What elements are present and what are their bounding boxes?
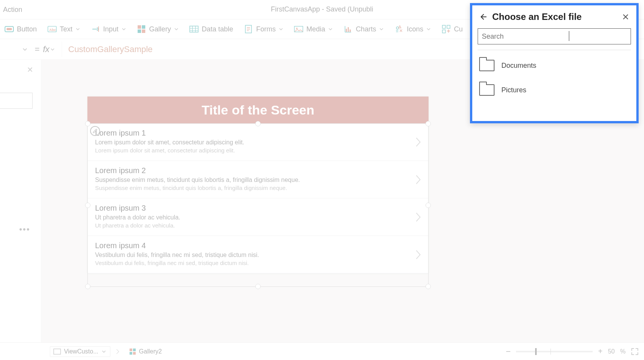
svg-rect-5 (142, 25, 145, 29)
svg-rect-1 (7, 28, 12, 30)
more-icon[interactable]: ••• (19, 224, 30, 234)
resize-handle[interactable] (85, 121, 90, 126)
resize-handle[interactable] (255, 121, 261, 126)
table-icon (189, 25, 199, 34)
forms-icon (244, 25, 253, 34)
resize-handle[interactable] (426, 284, 431, 289)
breadcrumb-screen[interactable]: ViewCusto... (50, 346, 110, 357)
close-icon[interactable]: ✕ (27, 65, 33, 74)
fx-button[interactable]: fx (43, 42, 62, 57)
chevron-down-icon (174, 27, 179, 31)
chevron-down-icon (379, 27, 384, 31)
breadcrumb-gallery-label: Gallery2 (139, 348, 162, 355)
insert-custom-label: Cu (454, 25, 463, 33)
svg-rect-6 (138, 29, 141, 33)
chevron-down-icon (102, 349, 106, 354)
gallery-icon (137, 25, 146, 34)
insert-icons[interactable]: Icons (394, 25, 431, 34)
breadcrumb-screen-label: ViewCusto... (64, 348, 99, 355)
back-button[interactable] (478, 11, 488, 22)
zoom-value: 50 (608, 348, 615, 355)
chevron-down-icon (328, 27, 333, 31)
fullscreen-icon[interactable] (631, 348, 639, 355)
folder-item[interactable]: Documents (478, 53, 631, 78)
svg-rect-20 (130, 349, 132, 351)
insert-input[interactable]: Input (91, 25, 126, 34)
icons-icon (394, 25, 404, 34)
resize-handle[interactable] (85, 203, 90, 208)
chevron-down-icon (122, 27, 126, 31)
folder-icon (479, 60, 495, 71)
svg-rect-21 (133, 349, 136, 351)
insert-custom[interactable]: Cu (442, 25, 463, 34)
zoom-slider[interactable] (516, 351, 593, 352)
svg-rect-13 (348, 27, 349, 32)
insert-text[interactable]: Abc Text (48, 25, 80, 34)
text-cursor (569, 31, 569, 41)
svg-rect-17 (447, 25, 450, 28)
equals-sign: = (31, 44, 43, 54)
insert-icons-label: Icons (407, 25, 423, 33)
resize-handle[interactable] (85, 284, 90, 289)
resize-handle[interactable] (426, 203, 431, 208)
svg-rect-8 (190, 26, 198, 32)
button-icon (5, 25, 14, 34)
svg-point-15 (396, 27, 399, 29)
insert-charts[interactable]: Charts (343, 25, 384, 34)
media-icon (294, 25, 303, 34)
screen-icon (53, 349, 61, 355)
insert-media[interactable]: Media (294, 25, 333, 34)
insert-gallery-label: Gallery (149, 25, 171, 33)
folder-icon (479, 84, 495, 96)
folder-label: Documents (501, 62, 536, 70)
insert-charts-label: Charts (356, 25, 376, 33)
insert-button-label: Button (17, 25, 37, 33)
svg-rect-23 (133, 352, 136, 355)
chevron-down-icon (279, 27, 283, 31)
panel-title: Choose an Excel file (492, 11, 616, 22)
gallery-selection[interactable] (87, 123, 429, 287)
chevron-down-icon (76, 27, 80, 31)
custom-icon (442, 25, 451, 34)
close-button[interactable] (620, 11, 631, 22)
insert-forms-label: Forms (256, 25, 276, 33)
chevron-down-icon (426, 27, 431, 31)
breadcrumb-gallery[interactable]: Gallery2 (125, 346, 166, 357)
insert-data-table[interactable]: Data table (189, 25, 233, 34)
zoom-suffix: % (620, 348, 626, 355)
svg-rect-22 (130, 352, 132, 355)
svg-rect-14 (350, 29, 351, 32)
left-tree-pane: ✕ ••• (0, 60, 41, 342)
tree-search-box[interactable] (0, 93, 33, 109)
insert-gallery[interactable]: Gallery (137, 25, 179, 34)
gallery-icon (129, 348, 136, 355)
svg-rect-12 (346, 29, 347, 32)
insert-media-label: Media (306, 25, 325, 33)
insert-forms[interactable]: Forms (244, 25, 283, 34)
svg-text:Abc: Abc (49, 28, 56, 32)
text-icon: Abc (48, 25, 57, 34)
resize-handle[interactable] (255, 284, 261, 289)
zoom-in[interactable]: + (598, 347, 603, 356)
chevron-right-icon (116, 349, 120, 355)
svg-rect-19 (54, 349, 61, 354)
search-input-wrapper[interactable] (478, 28, 631, 44)
menu-action[interactable]: Action (0, 6, 25, 14)
search-input[interactable] (482, 33, 627, 41)
charts-icon (343, 25, 353, 34)
insert-data-table-label: Data table (202, 25, 233, 33)
excel-file-panel: Choose an Excel file DocumentsPictures (470, 3, 639, 123)
resize-handle[interactable] (426, 121, 431, 126)
zoom-out[interactable]: − (506, 347, 511, 357)
edit-gallery-icon[interactable] (90, 126, 100, 136)
svg-rect-18 (442, 30, 445, 33)
insert-input-label: Input (103, 25, 118, 33)
status-bar: ViewCusto... Gallery2 − + 50 % (0, 342, 644, 360)
svg-rect-4 (138, 25, 141, 29)
input-icon (91, 25, 100, 34)
svg-rect-16 (442, 25, 445, 28)
folder-item[interactable]: Pictures (478, 78, 631, 102)
insert-button[interactable]: Button (5, 25, 37, 34)
insert-text-label: Text (60, 25, 72, 33)
property-select[interactable] (0, 42, 31, 57)
